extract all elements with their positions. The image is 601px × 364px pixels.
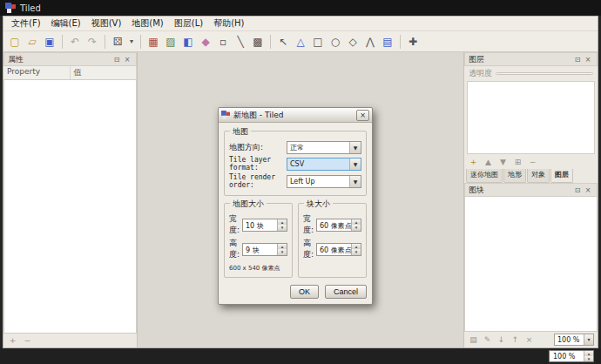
tab-objects[interactable]: 对象: [527, 169, 550, 183]
render-order-select[interactable]: Left Up ▼: [287, 175, 361, 188]
spin-down-icon[interactable]: ▾: [352, 225, 361, 231]
main-toolbar: ▢ ▱ ▣ ↶ ↷ ⚄ ▾ ▦ ▨ ◧ ◆ ▫ ╲ ▩ ↖ △ □ ○ ◇ ⋀ …: [3, 31, 598, 52]
dialog-close-button[interactable]: ×: [356, 110, 369, 121]
insert-polygon-icon[interactable]: ◇: [345, 34, 361, 50]
edit-polygons-icon[interactable]: △: [293, 34, 308, 50]
remove-layer-icon[interactable]: −: [527, 157, 538, 168]
cancel-button[interactable]: Cancel: [325, 285, 367, 299]
tile-width-label: 宽度:: [303, 213, 316, 236]
close-panel-icon[interactable]: ×: [122, 56, 132, 64]
add-property-icon[interactable]: +: [7, 335, 18, 347]
new-layer-icon[interactable]: +: [468, 157, 479, 168]
map-width-spinner[interactable]: 10 块 ▴ ▾: [242, 219, 287, 232]
export-tileset-icon[interactable]: ↑: [510, 334, 521, 346]
menu-layer[interactable]: 图层(L): [169, 17, 208, 30]
map-size-group-label: 地图大小: [230, 199, 267, 210]
status-zoom-spinner[interactable]: 100 % ▴ ▾: [549, 350, 594, 362]
same-tile-select-icon[interactable]: ▩: [250, 34, 266, 50]
properties-dock-header[interactable]: 属性 ⊡ ×: [3, 52, 137, 66]
tab-minimap[interactable]: 迷你地图: [466, 169, 503, 183]
tileset-properties-icon[interactable]: ✎: [482, 334, 493, 346]
spinner-buttons: ▴ ▾: [351, 244, 361, 255]
chevron-down-icon: ▼: [349, 142, 361, 153]
insert-tile-icon[interactable]: ▤: [380, 34, 395, 50]
tile-width-spinner[interactable]: 60 像素点 ▴ ▾: [316, 219, 361, 232]
stamp-brush-icon[interactable]: ▦: [145, 34, 161, 50]
opacity-slider[interactable]: [496, 72, 593, 75]
menu-file[interactable]: 文件(F): [6, 17, 46, 30]
float-panel-icon[interactable]: ⊡: [111, 56, 122, 64]
spin-down-icon[interactable]: ▾: [352, 249, 361, 255]
toolbar-separator: [400, 35, 401, 49]
layers-list[interactable]: [467, 81, 595, 154]
spin-down-icon[interactable]: ▾: [278, 225, 287, 231]
layers-dock-header[interactable]: 图层 ⊡ ×: [464, 52, 598, 66]
move-tool-icon[interactable]: ✚: [405, 34, 421, 50]
opacity-label: 透明度: [469, 68, 492, 79]
bucket-fill-icon[interactable]: ◧: [180, 34, 196, 50]
window-titlebar[interactable]: Tiled: [0, 0, 601, 16]
ok-button[interactable]: OK: [290, 285, 319, 299]
column-value[interactable]: 值: [71, 66, 138, 79]
layer-format-select[interactable]: CSV ▼: [287, 158, 361, 171]
tileset-zoom-select[interactable]: 100 % ▾: [554, 334, 594, 346]
close-panel-icon[interactable]: ×: [583, 186, 593, 194]
render-order-label: Tile render order:: [229, 173, 287, 189]
remove-tileset-icon[interactable]: ×: [523, 334, 535, 346]
layers-toolbar: + ▲ ▼ ⊞ −: [464, 155, 598, 169]
tab-terrain[interactable]: 地形: [503, 169, 526, 183]
close-panel-icon[interactable]: ×: [583, 56, 593, 64]
column-property[interactable]: Property: [3, 66, 71, 79]
spinner-buttons: ▴ ▾: [277, 219, 287, 231]
rect-select-icon[interactable]: ▫: [215, 34, 231, 50]
save-map-icon[interactable]: ▣: [42, 34, 57, 50]
new-tileset-icon[interactable]: ▤: [468, 334, 479, 346]
insert-polyline-icon[interactable]: ⋀: [362, 34, 378, 50]
undo-icon[interactable]: ↶: [67, 34, 83, 50]
random-dropdown-icon[interactable]: ▾: [127, 34, 136, 50]
spin-down-icon[interactable]: ▾: [584, 356, 593, 361]
magic-wand-icon[interactable]: ╲: [233, 34, 248, 50]
map-height-spinner[interactable]: 9 块 ▴ ▾: [242, 243, 287, 256]
tile-height-label: 高度:: [303, 238, 316, 260]
eraser-icon[interactable]: ◆: [198, 34, 213, 50]
menu-help[interactable]: 帮助(H): [208, 17, 249, 30]
tile-height-spinner[interactable]: 60 像素点 ▴ ▾: [316, 243, 361, 256]
menu-edit[interactable]: 编辑(E): [46, 17, 86, 30]
import-tileset-icon[interactable]: ↓: [496, 334, 507, 346]
terrain-brush-icon[interactable]: ▨: [163, 34, 179, 50]
tilesets-dock-header[interactable]: 图块 ⊡ ×: [464, 183, 598, 197]
tilesets-view[interactable]: [464, 197, 598, 332]
tab-layers[interactable]: 图层: [550, 169, 573, 183]
map-width-label: 宽度:: [229, 213, 242, 236]
random-mode-icon[interactable]: ⚄: [110, 34, 125, 50]
layer-format-value: CSV: [287, 160, 349, 168]
duplicate-layer-icon[interactable]: ⊞: [512, 157, 523, 168]
properties-list[interactable]: [3, 80, 137, 334]
status-zoom-value: 100 %: [550, 351, 584, 361]
select-objects-icon[interactable]: ↖: [275, 34, 291, 50]
float-panel-icon[interactable]: ⊡: [572, 56, 583, 64]
remove-property-icon[interactable]: −: [22, 335, 33, 347]
map-group-label: 地图: [230, 126, 251, 138]
statusbar: 100 % ▴ ▾: [0, 348, 601, 364]
insert-ellipse-icon[interactable]: ○: [328, 34, 343, 50]
layers-dock-title: 图层: [469, 54, 572, 65]
float-panel-icon[interactable]: ⊡: [572, 186, 583, 194]
redo-icon[interactable]: ↷: [84, 34, 100, 50]
properties-dock-title: 属性: [8, 54, 111, 65]
lower-layer-icon[interactable]: ▼: [497, 157, 509, 168]
menu-map[interactable]: 地图(M): [126, 17, 168, 30]
map-size-groupbox: 地图大小 宽度: 10 块 ▴ ▾ 高度:: [224, 203, 293, 278]
menu-view[interactable]: 视图(V): [86, 17, 127, 30]
insert-rectangle-icon[interactable]: □: [310, 34, 326, 50]
open-map-icon[interactable]: ▱: [24, 34, 40, 50]
dialog-title: 新地图 - Tiled: [233, 110, 353, 121]
spin-down-icon[interactable]: ▾: [278, 249, 287, 255]
raise-layer-icon[interactable]: ▲: [483, 157, 494, 168]
orientation-select[interactable]: 正常 ▼: [287, 141, 361, 154]
map-height-value: 9 块: [243, 244, 277, 255]
new-map-icon[interactable]: ▢: [7, 34, 23, 50]
dialog-titlebar[interactable]: 新地图 - Tiled ×: [219, 108, 372, 123]
toolbar-separator: [140, 35, 141, 49]
